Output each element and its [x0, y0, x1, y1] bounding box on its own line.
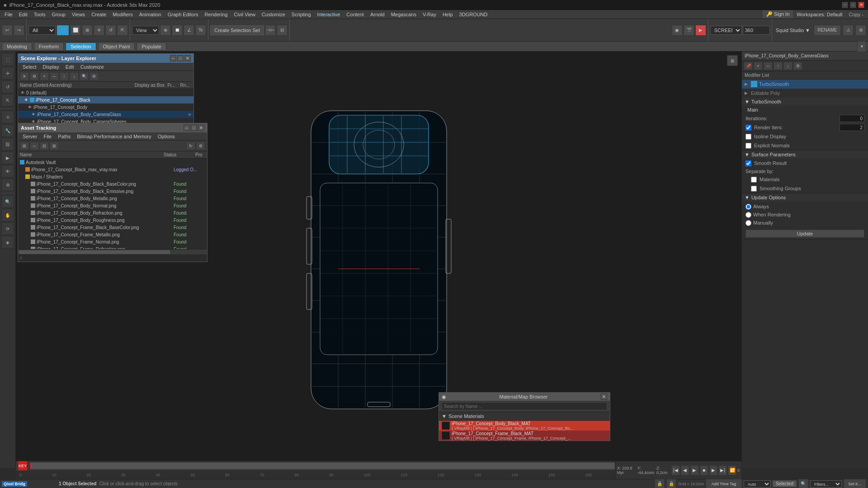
menu-arnold[interactable]: Arnold: [368, 11, 387, 18]
update-button[interactable]: Update: [745, 230, 864, 238]
when-rendering-radio-input[interactable]: [745, 212, 751, 218]
tab-selection[interactable]: Selection: [66, 42, 96, 51]
manually-radio[interactable]: Manually: [745, 219, 864, 227]
snap-button[interactable]: 🔲: [172, 25, 183, 36]
rp-configure-button[interactable]: ⚙: [793, 62, 802, 70]
left-scale-button[interactable]: ⇱: [1, 94, 14, 107]
left-display-button[interactable]: 👁: [1, 165, 14, 178]
scene-explorer-maximize[interactable]: □: [177, 55, 184, 61]
layer-item-default[interactable]: 👁 0 (default): [18, 89, 193, 96]
when-rendering-radio[interactable]: When Rendering: [745, 211, 864, 219]
se-tb-search[interactable]: 🔍: [80, 72, 89, 80]
left-hierarchy-button[interactable]: ⛓: [1, 138, 14, 150]
always-radio[interactable]: Always: [745, 202, 864, 211]
turbsmooth-explicit-checkbox[interactable]: [745, 143, 751, 149]
se-menu-display[interactable]: Display: [40, 64, 62, 70]
viewport-nav-btn[interactable]: ⊞: [727, 55, 738, 66]
scene-explorer-minimize[interactable]: ─: [170, 55, 176, 61]
always-radio-input[interactable]: [745, 204, 751, 210]
at-tb-refresh[interactable]: ↻: [186, 142, 195, 150]
left-fov-button[interactable]: ◈: [1, 236, 14, 249]
status-filter-dropdown[interactable]: Filters...: [810, 480, 842, 488]
rp-pin-button[interactable]: 📌: [744, 62, 753, 70]
left-utilities-button[interactable]: ⚙: [1, 178, 14, 191]
percent-snap-button[interactable]: %: [195, 25, 206, 36]
manually-radio-input[interactable]: [745, 220, 751, 226]
se-menu-customize[interactable]: Customize: [78, 64, 107, 70]
asset-tracking-minimize[interactable]: ─: [184, 125, 190, 131]
scene-explorer-close[interactable]: ✕: [184, 55, 191, 61]
tab-more-button[interactable]: ▾: [857, 41, 866, 52]
at-menu-bitmap[interactable]: Bitmap Performance and Memory: [74, 133, 154, 140]
pivot-button[interactable]: ⊕: [160, 25, 171, 36]
menu-workspaces[interactable]: Workspaces: Default: [794, 11, 845, 18]
at-item-map7[interactable]: iPhone_17_Concept_Frame_Black_BaseColor.…: [18, 224, 207, 231]
scale-button[interactable]: ⇱: [117, 25, 128, 36]
minimize-button[interactable]: ─: [842, 2, 848, 8]
render-button[interactable]: ▶: [695, 25, 706, 36]
menu-group[interactable]: Group: [49, 11, 68, 18]
se-tb-close[interactable]: ✕: [20, 72, 29, 80]
status-magnet-button[interactable]: 🔒: [666, 479, 676, 488]
at-tb-btn3[interactable]: ⊟: [40, 142, 49, 150]
rp-delete-button[interactable]: ─: [764, 62, 773, 70]
turbsmooth-render-iters-checkbox[interactable]: [745, 125, 751, 131]
rotate-button[interactable]: ↺: [105, 25, 116, 36]
left-move-button[interactable]: ✛: [1, 67, 14, 80]
move-button[interactable]: ✛: [94, 25, 104, 36]
at-item-map8[interactable]: iPhone_17_Concept_Frame_Metallic.png Fou…: [18, 231, 207, 238]
status-set-key-button[interactable]: Set K...: [844, 479, 866, 488]
menu-megascans[interactable]: Megascans: [388, 11, 419, 18]
at-menu-paths[interactable]: Paths: [55, 133, 73, 140]
screen-dropdown[interactable]: SCREEN: [710, 26, 742, 35]
smooth-result-checkbox[interactable]: [745, 160, 751, 166]
frame-input[interactable]: [743, 26, 770, 35]
materials-checkbox[interactable]: [751, 177, 757, 183]
material-browser-close[interactable]: ✕: [601, 394, 607, 400]
layer-item-concept-black[interactable]: 👁 iPhone_17_Concept_Black: [18, 96, 193, 103]
left-arc-rotate-button[interactable]: ⟳: [1, 222, 14, 235]
menu-edit[interactable]: Edit: [16, 11, 30, 18]
at-item-vault[interactable]: Autodesk Vault: [18, 159, 207, 166]
tab-modeling[interactable]: Modeling: [2, 42, 32, 51]
mb-material-item-1[interactable]: iPhone_17_Concept_Body_Black_MAT ( VRayM…: [439, 421, 610, 431]
at-tb-btn2[interactable]: ─: [30, 142, 39, 150]
update-options-header[interactable]: ▼ Update Options: [742, 193, 868, 202]
menu-civil-view[interactable]: Civil View: [231, 11, 258, 18]
anim-play-button[interactable]: ▶: [690, 465, 699, 475]
render-setup-button[interactable]: 🎬: [684, 25, 694, 36]
menu-vray[interactable]: V-Ray: [420, 11, 439, 18]
tab-freeform[interactable]: Freeform: [34, 42, 64, 51]
layer-item-camera-glass[interactable]: 👁 iPhone_17_Concept_Body_CameraGlass ▶: [18, 111, 193, 118]
left-rotate-button[interactable]: ↺: [1, 80, 14, 93]
menu-content[interactable]: Content: [344, 11, 367, 18]
menu-sign-in[interactable]: 🔑 Sign In: [763, 10, 793, 18]
anim-prev-key-button[interactable]: |◀: [671, 465, 680, 475]
redo-button[interactable]: ↪: [14, 25, 24, 36]
modifier-turbsmooth[interactable]: ▶ TurboSmooth: [742, 80, 868, 89]
viewport-area[interactable]: [+] [Perspective] [Standard] [Edged Face…: [16, 52, 741, 468]
turbsmooth-render-iters-input[interactable]: [840, 124, 864, 131]
close-button[interactable]: ✕: [858, 2, 864, 8]
at-item-map9[interactable]: iPhone_17_Concept_Frame_Normal.png Found: [18, 238, 207, 245]
settings-icon[interactable]: ⚙: [855, 25, 866, 36]
select-filter-dropdown[interactable]: All: [28, 26, 56, 35]
at-scrollbar-h[interactable]: [18, 249, 207, 254]
status-add-time-button[interactable]: Add Time Tag: [706, 479, 742, 488]
menu-graph-editors[interactable]: Graph Editors: [165, 11, 201, 18]
at-menu-file[interactable]: File: [41, 133, 54, 140]
angle-snap-button[interactable]: ∠: [184, 25, 194, 36]
menu-3dground[interactable]: 3DGROUND: [457, 11, 491, 18]
mb-material-item-2[interactable]: iPhone_17_Concept_Frame_Black_MAT ( VRay…: [439, 431, 610, 441]
left-motion-button[interactable]: ▶: [1, 151, 14, 164]
view-dropdown[interactable]: View: [132, 26, 159, 35]
anim-prev-frame-button[interactable]: ◀: [681, 465, 689, 475]
material-editor-button[interactable]: ◉: [672, 25, 683, 36]
status-search-button[interactable]: 🔍: [798, 479, 808, 488]
left-modify-button[interactable]: 🔧: [1, 124, 14, 137]
maximize-button[interactable]: □: [850, 2, 856, 8]
menu-customize[interactable]: Customize: [259, 11, 288, 18]
anim-loop-button[interactable]: 🔁: [728, 465, 736, 475]
at-item-map1[interactable]: iPhone_17_Concept_Body_Black_BaseColor.p…: [18, 180, 207, 188]
left-create-button[interactable]: ☩: [1, 111, 14, 123]
